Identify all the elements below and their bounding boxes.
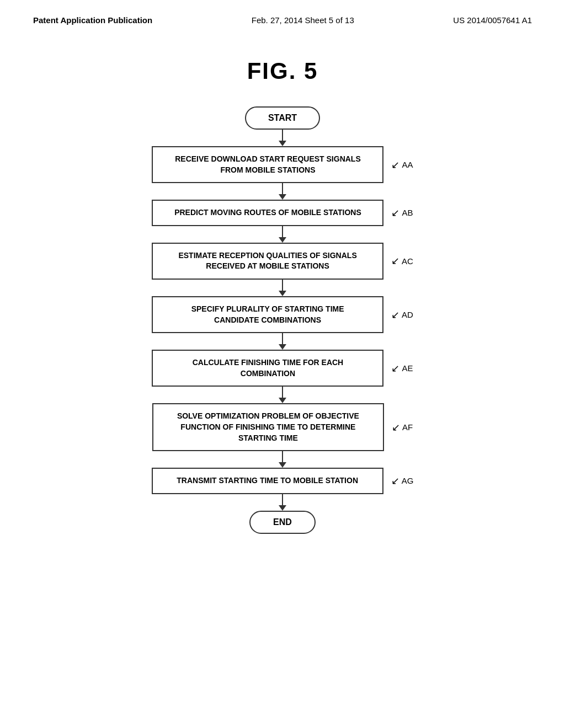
step-text-AF: SOLVE OPTIMIZATION PROBLEM OF OBJECTIVEF… <box>177 411 359 442</box>
step-label-AC: ↙ AC <box>391 256 413 266</box>
step-text-AB: PREDICT MOVING ROUTES OF MOBILE STATIONS <box>174 208 361 217</box>
curl-icon-AE: ↙ <box>391 363 399 373</box>
arrow-0 <box>279 130 286 146</box>
step-label-AE: ↙ AE <box>391 363 413 373</box>
arrow-line <box>282 183 283 194</box>
step-id-AF: AF <box>402 422 413 432</box>
arrow-4 <box>279 333 286 350</box>
arrow-head <box>279 505 286 511</box>
page-header: Patent Application Publication Feb. 27, … <box>0 0 565 25</box>
arrow-head <box>279 398 286 403</box>
step-row-AA: RECEIVE DOWNLOAD START REQUEST SIGNALSFR… <box>152 146 413 183</box>
arrow-head <box>279 291 286 296</box>
arrow-2 <box>279 226 286 243</box>
step-row-AC: ESTIMATE RECEPTION QUALITIES OF SIGNALSR… <box>152 243 413 280</box>
arrow-line <box>282 494 283 505</box>
date-sheet-label: Feb. 27, 2014 Sheet 5 of 13 <box>252 15 354 25</box>
step-id-AD: AD <box>402 310 413 319</box>
step-box-AC: ESTIMATE RECEPTION QUALITIES OF SIGNALSR… <box>152 243 383 280</box>
step-label-AA: ↙ AA <box>391 160 413 170</box>
patent-number-label: US 2014/0057641 A1 <box>453 15 532 25</box>
arrow-head <box>279 462 286 468</box>
step-box-AF: SOLVE OPTIMIZATION PROBLEM OF OBJECTIVEF… <box>152 403 384 451</box>
step-box-AA: RECEIVE DOWNLOAD START REQUEST SIGNALSFR… <box>152 146 383 183</box>
end-oval: END <box>249 511 316 534</box>
curl-icon-AA: ↙ <box>391 160 399 170</box>
step-text-AA: RECEIVE DOWNLOAD START REQUEST SIGNALSFR… <box>175 154 361 174</box>
step-box-AD: SPECIFY PLURALITY OF STARTING TIMECANDID… <box>152 296 383 333</box>
arrow-head <box>279 344 286 350</box>
curl-icon-AD: ↙ <box>391 310 399 320</box>
step-text-AE: CALCULATE FINISHING TIME FOR EACHCOMBINA… <box>193 358 344 378</box>
arrow-1 <box>279 183 286 200</box>
start-node: START <box>245 106 320 130</box>
arrow-line <box>282 130 283 141</box>
arrow-line <box>282 280 283 291</box>
step-label-AF: ↙ AF <box>392 422 413 432</box>
step-id-AC: AC <box>402 256 413 266</box>
arrow-3 <box>279 280 286 296</box>
step-id-AG: AG <box>402 476 414 485</box>
start-oval: START <box>245 106 320 130</box>
arrow-7 <box>279 494 286 511</box>
step-id-AB: AB <box>402 208 413 217</box>
step-box-AB: PREDICT MOVING ROUTES OF MOBILE STATIONS <box>152 200 383 226</box>
step-text-AD: SPECIFY PLURALITY OF STARTING TIMECANDID… <box>191 304 344 324</box>
arrow-head <box>279 237 286 243</box>
arrow-line <box>282 387 283 398</box>
end-node: END <box>249 511 316 534</box>
curl-icon-AF: ↙ <box>392 422 400 432</box>
curl-icon-AG: ↙ <box>391 476 399 486</box>
step-label-AD: ↙ AD <box>391 310 413 320</box>
step-label-AG: ↙ AG <box>391 476 414 486</box>
publication-label: Patent Application Publication <box>33 15 152 25</box>
arrow-head <box>279 194 286 200</box>
arrow-6 <box>279 451 286 468</box>
curl-icon-AB: ↙ <box>391 208 399 218</box>
curl-icon-AC: ↙ <box>391 256 399 266</box>
arrow-line <box>282 333 283 344</box>
arrow-line <box>282 451 283 462</box>
step-box-AG: TRANSMIT STARTING TIME TO MOBILE STATION <box>152 468 383 494</box>
step-id-AE: AE <box>402 363 413 373</box>
flowchart: START RECEIVE DOWNLOAD START REQUEST SIG… <box>0 106 565 534</box>
arrow-5 <box>279 387 286 403</box>
arrow-head <box>279 141 286 146</box>
step-row-AB: PREDICT MOVING ROUTES OF MOBILE STATIONS… <box>152 200 413 226</box>
step-row-AD: SPECIFY PLURALITY OF STARTING TIMECANDID… <box>152 296 413 333</box>
step-box-AE: CALCULATE FINISHING TIME FOR EACHCOMBINA… <box>152 350 383 387</box>
step-id-AA: AA <box>402 160 413 169</box>
figure-title: FIG. 5 <box>0 58 565 84</box>
step-row-AE: CALCULATE FINISHING TIME FOR EACHCOMBINA… <box>152 350 413 387</box>
step-label-AB: ↙ AB <box>391 208 413 218</box>
step-row-AG: TRANSMIT STARTING TIME TO MOBILE STATION… <box>152 468 414 494</box>
step-text-AC: ESTIMATE RECEPTION QUALITIES OF SIGNALSR… <box>178 251 356 271</box>
step-text-AG: TRANSMIT STARTING TIME TO MOBILE STATION <box>177 476 358 485</box>
arrow-line <box>282 226 283 237</box>
step-row-AF: SOLVE OPTIMIZATION PROBLEM OF OBJECTIVEF… <box>152 403 413 451</box>
